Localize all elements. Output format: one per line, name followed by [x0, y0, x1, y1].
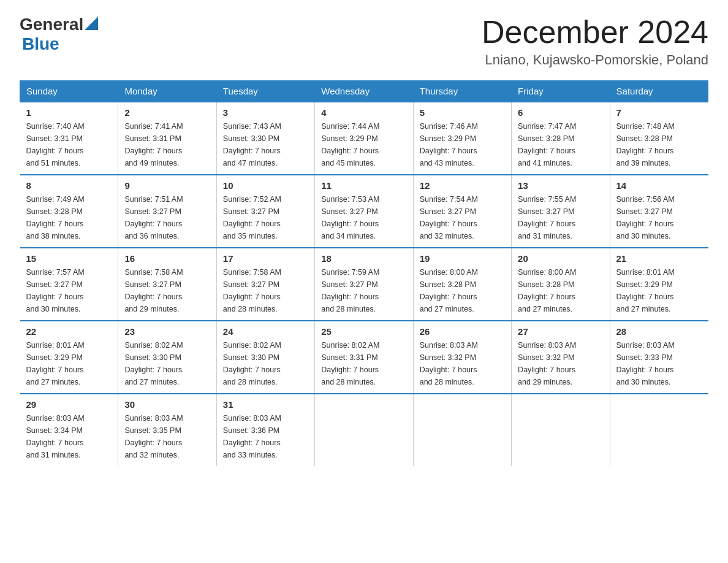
- daylight-minutes: and 47 minutes.: [223, 159, 278, 167]
- daylight-minutes: and 27 minutes.: [26, 378, 81, 386]
- sunrise-label: Sunrise: 7:58 AM: [223, 268, 281, 277]
- calendar-day-cell: 18 Sunrise: 7:59 AM Sunset: 3:27 PM Dayl…: [315, 248, 413, 321]
- sunrise-label: Sunrise: 8:00 AM: [518, 268, 576, 277]
- calendar-day-cell: 29 Sunrise: 8:03 AM Sunset: 3:34 PM Dayl…: [20, 394, 118, 466]
- calendar-day-cell: 15 Sunrise: 7:57 AM Sunset: 3:27 PM Dayl…: [20, 248, 118, 321]
- day-number: 7: [616, 107, 702, 118]
- sunrise-label: Sunrise: 7:41 AM: [124, 122, 183, 131]
- day-number: 22: [26, 326, 112, 337]
- sunrise-label: Sunrise: 8:03 AM: [26, 414, 85, 423]
- calendar-day-cell: 17 Sunrise: 7:58 AM Sunset: 3:27 PM Dayl…: [216, 248, 314, 321]
- daylight-label: Daylight: 7 hours: [616, 220, 674, 228]
- calendar-day-cell: 12 Sunrise: 7:54 AM Sunset: 3:27 PM Dayl…: [413, 175, 511, 248]
- calendar-day-cell: 9 Sunrise: 7:51 AM Sunset: 3:27 PM Dayli…: [118, 175, 216, 248]
- sunset-label: Sunset: 3:27 PM: [420, 207, 476, 216]
- daylight-label: Daylight: 7 hours: [616, 366, 674, 374]
- daylight-label: Daylight: 7 hours: [26, 147, 84, 155]
- daylight-minutes: and 28 minutes.: [321, 378, 376, 386]
- sunset-label: Sunset: 3:30 PM: [124, 353, 181, 362]
- sunset-label: Sunset: 3:33 PM: [616, 353, 673, 362]
- daylight-label: Daylight: 7 hours: [420, 220, 477, 228]
- day-number: 6: [518, 107, 603, 118]
- page-header: General Blue December 2024 Lniano, Kujaw…: [20, 15, 708, 68]
- day-info: Sunrise: 7:55 AM Sunset: 3:27 PM Dayligh…: [518, 193, 603, 242]
- header-saturday: Saturday: [610, 81, 708, 102]
- calendar-day-cell: 13 Sunrise: 7:55 AM Sunset: 3:27 PM Dayl…: [512, 175, 610, 248]
- day-info: Sunrise: 7:52 AM Sunset: 3:27 PM Dayligh…: [223, 193, 308, 242]
- day-info: Sunrise: 8:01 AM Sunset: 3:29 PM Dayligh…: [26, 339, 112, 388]
- daylight-label: Daylight: 7 hours: [321, 147, 379, 155]
- daylight-label: Daylight: 7 hours: [420, 366, 477, 374]
- sunrise-label: Sunrise: 7:59 AM: [321, 268, 379, 277]
- sunset-label: Sunset: 3:27 PM: [26, 280, 83, 289]
- header-thursday: Thursday: [413, 81, 511, 102]
- calendar-day-cell: 27 Sunrise: 8:03 AM Sunset: 3:32 PM Dayl…: [512, 321, 610, 394]
- daylight-minutes: and 33 minutes.: [223, 451, 278, 459]
- day-info: Sunrise: 8:03 AM Sunset: 3:35 PM Dayligh…: [124, 412, 210, 461]
- day-info: Sunrise: 7:58 AM Sunset: 3:27 PM Dayligh…: [223, 266, 308, 315]
- day-number: 18: [321, 253, 406, 264]
- calendar-week-row: 22 Sunrise: 8:01 AM Sunset: 3:29 PM Dayl…: [20, 321, 708, 394]
- daylight-minutes: and 41 minutes.: [518, 159, 572, 167]
- sunrise-label: Sunrise: 8:03 AM: [616, 341, 675, 350]
- day-number: 10: [223, 180, 308, 191]
- day-number: 3: [223, 107, 308, 118]
- daylight-minutes: and 49 minutes.: [124, 159, 179, 167]
- daylight-minutes: and 30 minutes.: [616, 232, 671, 240]
- calendar-day-cell: 19 Sunrise: 8:00 AM Sunset: 3:28 PM Dayl…: [413, 248, 511, 321]
- sunrise-label: Sunrise: 8:00 AM: [420, 268, 478, 277]
- day-number: 13: [518, 180, 603, 191]
- daylight-minutes: and 29 minutes.: [124, 305, 179, 313]
- day-number: 30: [124, 399, 210, 410]
- sunset-label: Sunset: 3:31 PM: [26, 134, 83, 143]
- day-number: 12: [420, 180, 505, 191]
- day-number: 9: [124, 180, 210, 191]
- daylight-label: Daylight: 7 hours: [223, 293, 281, 301]
- daylight-label: Daylight: 7 hours: [124, 147, 182, 155]
- daylight-label: Daylight: 7 hours: [420, 147, 477, 155]
- daylight-label: Daylight: 7 hours: [124, 220, 182, 228]
- sunset-label: Sunset: 3:28 PM: [518, 134, 574, 143]
- daylight-label: Daylight: 7 hours: [26, 366, 84, 374]
- sunset-label: Sunset: 3:29 PM: [420, 134, 476, 143]
- day-info: Sunrise: 8:02 AM Sunset: 3:30 PM Dayligh…: [124, 339, 210, 388]
- day-info: Sunrise: 7:40 AM Sunset: 3:31 PM Dayligh…: [26, 120, 112, 169]
- sunset-label: Sunset: 3:27 PM: [223, 280, 279, 289]
- sunset-label: Sunset: 3:27 PM: [124, 207, 181, 216]
- day-info: Sunrise: 7:44 AM Sunset: 3:29 PM Dayligh…: [321, 120, 406, 169]
- day-number: 1: [26, 107, 112, 118]
- location-subtitle: Lniano, Kujawsko-Pomorskie, Poland: [482, 52, 708, 68]
- day-number: 14: [616, 180, 702, 191]
- title-section: December 2024 Lniano, Kujawsko-Pomorskie…: [482, 15, 708, 68]
- daylight-label: Daylight: 7 hours: [321, 220, 379, 228]
- day-info: Sunrise: 8:00 AM Sunset: 3:28 PM Dayligh…: [518, 266, 603, 315]
- calendar-day-cell: 25 Sunrise: 8:02 AM Sunset: 3:31 PM Dayl…: [315, 321, 413, 394]
- logo-blue-text: Blue: [22, 34, 59, 54]
- daylight-label: Daylight: 7 hours: [518, 366, 575, 374]
- daylight-label: Daylight: 7 hours: [26, 439, 84, 447]
- day-info: Sunrise: 7:53 AM Sunset: 3:27 PM Dayligh…: [321, 193, 406, 242]
- daylight-minutes: and 29 minutes.: [518, 378, 572, 386]
- daylight-label: Daylight: 7 hours: [124, 439, 182, 447]
- sunset-label: Sunset: 3:28 PM: [616, 134, 673, 143]
- day-info: Sunrise: 7:54 AM Sunset: 3:27 PM Dayligh…: [420, 193, 505, 242]
- sunset-label: Sunset: 3:36 PM: [223, 426, 279, 435]
- logo-general-text: General: [20, 15, 83, 34]
- sunrise-label: Sunrise: 7:56 AM: [616, 195, 675, 204]
- calendar-day-cell: 3 Sunrise: 7:43 AM Sunset: 3:30 PM Dayli…: [216, 102, 314, 175]
- sunrise-label: Sunrise: 8:02 AM: [223, 341, 281, 350]
- daylight-label: Daylight: 7 hours: [26, 220, 84, 228]
- sunrise-label: Sunrise: 7:49 AM: [26, 195, 85, 204]
- day-number: 5: [420, 107, 505, 118]
- sunrise-label: Sunrise: 7:57 AM: [26, 268, 85, 277]
- daylight-label: Daylight: 7 hours: [26, 293, 84, 301]
- day-info: Sunrise: 7:48 AM Sunset: 3:28 PM Dayligh…: [616, 120, 702, 169]
- daylight-label: Daylight: 7 hours: [223, 439, 281, 447]
- day-info: Sunrise: 8:03 AM Sunset: 3:36 PM Dayligh…: [223, 412, 308, 461]
- sunrise-label: Sunrise: 7:53 AM: [321, 195, 379, 204]
- daylight-minutes: and 27 minutes.: [124, 378, 179, 386]
- daylight-minutes: and 51 minutes.: [26, 159, 81, 167]
- day-number: 24: [223, 326, 308, 337]
- day-info: Sunrise: 7:46 AM Sunset: 3:29 PM Dayligh…: [420, 120, 505, 169]
- day-info: Sunrise: 7:56 AM Sunset: 3:27 PM Dayligh…: [616, 193, 702, 242]
